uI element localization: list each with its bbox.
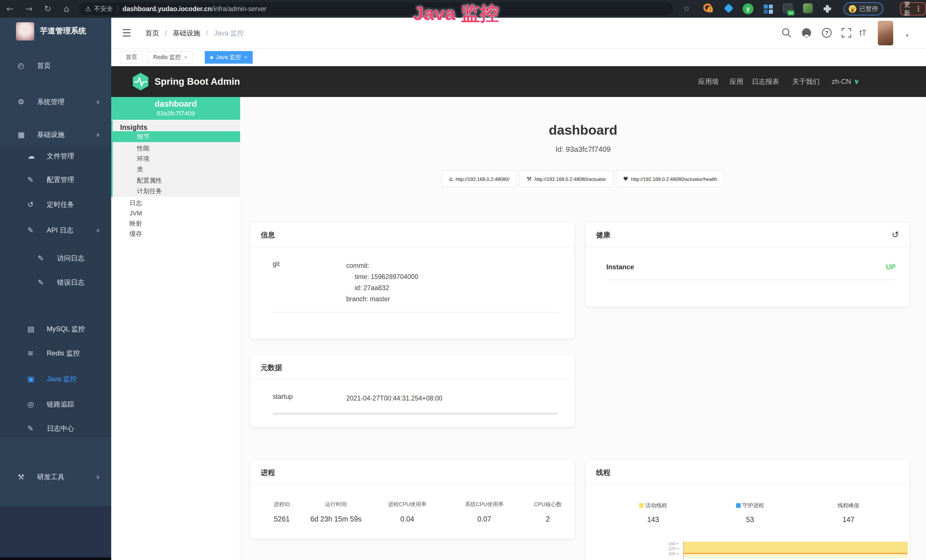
instance-item-mappings[interactable]: 映射 [111,218,240,229]
emoji-face-icon [849,5,856,13]
sidebar-item-label: API 日志 [47,223,73,237]
insights-item-environment[interactable]: 环境 [113,153,240,164]
extension-grid-icon[interactable] [764,5,768,9]
threads-area-chart [683,541,908,560]
extensions-puzzle-icon[interactable] [823,4,832,15]
threads-card-title: 线程 [586,460,910,485]
github-icon[interactable] [801,27,813,40]
extension-pin-icon[interactable] [724,3,734,13]
insights-item-details[interactable]: 细节 [113,131,240,142]
app-logo-row[interactable]: 芋道管理系统 [0,22,111,44]
browser-forward-icon[interactable]: → [22,0,35,18]
browser-reload-icon[interactable]: ↻ [41,0,54,18]
sidebar-item-access-logs[interactable]: ✎ 访问日志 [0,251,111,265]
instance-item-logs[interactable]: 日志 [111,197,240,209]
sidebar-item-dev-tools[interactable]: ⚒ 研发工具 ∨ [0,470,111,484]
browser-update-menu-button[interactable]: 更新 ⋮ [900,2,926,15]
insights-item-classes[interactable]: 类 [113,164,240,175]
text-size-icon[interactable]: tT [859,29,872,41]
search-icon[interactable] [781,27,793,40]
actuator-url-button[interactable]: ⚒http://192.168.0.2:48080/actuator [519,171,613,187]
instance-id: 93a3fc7f7409 [111,109,240,117]
sidebar-item-trace[interactable]: ◎ 链路追踪 [0,397,111,411]
address-bar[interactable]: ⚠ 不安全 dashboard.yudao.iocoder.cn /infra/… [79,2,673,15]
metadata-key: startup [272,393,346,404]
layers-icon: ≋ [27,346,34,360]
sba-nav-wallboard[interactable]: 应用墙 [698,66,719,97]
avatar[interactable] [878,21,893,45]
avatar-caret-icon[interactable]: ▾ [906,32,909,39]
metadata-value: 2021-04-27T00:44:31.254+08:00 [346,393,442,404]
service-url-button[interactable]: ⌂http://192.168.0.2:48080/ [442,171,517,187]
sba-nav-log-report[interactable]: 日志报表 [752,66,779,97]
sidebar-item-file-management[interactable]: ☁ 文件管理 [0,149,111,163]
extension-list-icon[interactable]: on [783,3,793,13]
insights-item-scheduled-tasks[interactable]: 计划任务 [113,186,240,196]
legend-daemon-threads[interactable]: 守护进程 53 [713,502,787,524]
database-icon: ▤ [27,322,35,336]
sidebar-item-java-monitor[interactable]: ▣ Java 监控 [0,372,111,386]
breadcrumb-item[interactable]: 首页 [145,29,159,37]
insights-item-performance[interactable]: 性能 [113,143,240,153]
sba-nav-about[interactable]: 关于我们 [792,66,820,97]
system-cpu-value: 0.07 [447,515,521,523]
git-branch-line: branch: master [346,294,418,305]
sidebar-item-label: 文件管理 [47,149,74,163]
sba-nav-applications[interactable]: 应用 [729,66,743,97]
log-icon: ✎ [27,422,34,435]
divider-scrollbar[interactable] [272,413,558,415]
not-secure-warning-icon: ⚠ [85,5,91,13]
status-badge: UP [886,263,896,271]
col-system-cpu: 系统CPU使用率 [447,501,521,508]
bookmark-star-icon[interactable]: ☆ [683,0,690,18]
sidebar-item-label: Redis 监控 [47,346,80,360]
legend-peak-threads[interactable]: 线程峰值 147 [811,502,885,524]
legend-value: 147 [811,516,885,524]
close-icon[interactable]: × [184,54,188,60]
divider [606,280,895,280]
instance-item-caches[interactable]: 缓存 [111,228,240,240]
y-axis-tick: 100 [654,551,679,556]
insights-item-config-props[interactable]: 配置属性 [113,175,240,186]
legend-live-threads[interactable]: 活动线程 143 [616,502,690,524]
breadcrumb-item[interactable]: 基础设施 [173,29,200,37]
extension-orange-icon[interactable]: 1 [703,3,712,12]
sba-brand-title[interactable]: Spring Boot Admin [154,66,240,97]
uptime-value: 6d 23h 15m 59s [304,515,367,523]
sidebar-item-mysql-monitor[interactable]: ▤ MySQL 监控 [0,322,111,336]
sidebar-item-log-center[interactable]: ✎ 日志中心 [0,422,111,435]
kebab-menu-icon: ⋮ [915,5,922,13]
sidebar-item-home[interactable]: ◴ 首页 [0,59,111,73]
sidebar-item-infrastructure[interactable]: ▦ 基础设施 ∧ [0,128,111,141]
tab-label: Java 监控 [216,54,241,60]
chevron-down-icon: ∨ [96,95,100,109]
paused-label: 已暂停 [859,5,878,13]
extension-leaf-icon[interactable] [803,3,813,13]
tab-java-monitor[interactable]: Java 监控× [205,51,253,64]
sidebar-item-redis-monitor[interactable]: ≋ Redis 监控 [0,346,111,360]
cloud-icon: ☁ [27,149,35,163]
history-icon[interactable]: ↺ [892,222,899,247]
instance-item-jvm[interactable]: JVM [111,208,240,219]
tab-home[interactable]: 首页 [120,51,142,64]
browser-back-icon[interactable]: ← [3,0,17,18]
extension-green-icon[interactable]: y [743,3,754,14]
paused-badge[interactable]: 已暂停 [844,2,883,15]
sba-language-select[interactable]: zh-CN [832,66,851,97]
health-url-button[interactable]: ♥http://192.168.0.2:48080/actuator/healt… [616,171,724,187]
sidebar-item-scheduled-tasks[interactable]: ↺ 定时任务 [0,198,111,211]
log-icon: ✎ [38,275,44,289]
close-icon[interactable]: × [244,54,248,60]
sidebar-item-api-logs[interactable]: ✎ API 日志 ∧ [0,223,111,237]
sidebar-item-error-logs[interactable]: ✎ 错误日志 [0,275,111,289]
help-icon[interactable]: ? [822,28,834,41]
tab-redis-monitor[interactable]: Redis 监控× [148,51,192,64]
sidebar-item-config-management[interactable]: ✎ 配置管理 [0,173,111,186]
sidebar-collapse-icon[interactable]: ☰ [122,27,131,39]
chevron-down-icon[interactable]: ∨ [854,66,859,97]
sidebar-item-system-management[interactable]: ⚙ 系统管理 ∨ [0,95,111,109]
browser-home-icon[interactable]: ⌂ [60,0,73,18]
instance-header[interactable]: dashboard 93a3fc7f7409 [111,97,240,120]
cpu-cores-value: 2 [521,515,574,523]
fullscreen-icon[interactable] [841,27,853,40]
